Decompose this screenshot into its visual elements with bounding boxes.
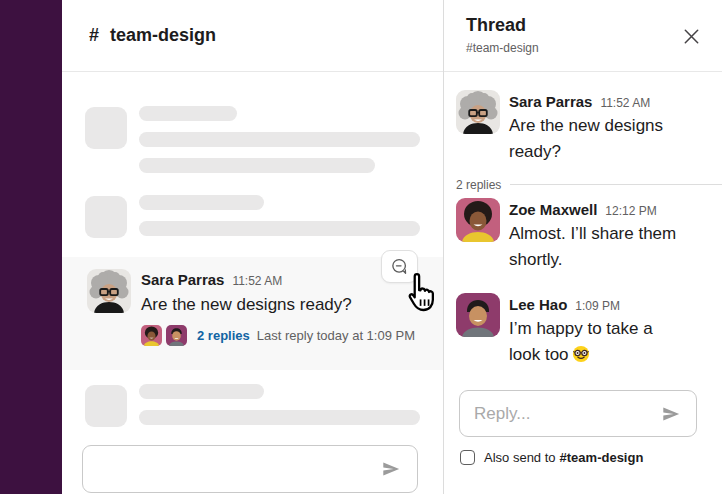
thread-reply-composer[interactable] xyxy=(459,390,697,437)
message-composer[interactable] xyxy=(82,445,418,493)
message-input[interactable] xyxy=(98,459,372,479)
close-thread-button[interactable] xyxy=(680,25,702,47)
message-author[interactable]: Sara Parras xyxy=(141,270,224,289)
send-button[interactable] xyxy=(380,458,402,480)
also-send-label: Also send to xyxy=(484,450,556,465)
also-send-checkbox[interactable] xyxy=(460,450,475,465)
skeleton-line xyxy=(139,106,237,121)
send-arrow-icon xyxy=(380,458,402,480)
message-timestamp: 12:12 PM xyxy=(605,204,656,218)
send-arrow-icon xyxy=(660,403,682,425)
last-reply-text: Last reply today at 1:09 PM xyxy=(257,328,415,343)
skeleton-line xyxy=(139,221,420,236)
reply-in-thread-button[interactable] xyxy=(381,250,418,283)
avatar-zoe-mini xyxy=(141,325,162,346)
replies-count-label: 2 replies xyxy=(456,178,501,192)
message-text: Almost. I’ll share them shortly. xyxy=(509,221,714,273)
also-send-channel: #team-design xyxy=(560,450,644,465)
message-text: Are the new designs ready? xyxy=(141,293,415,316)
message-timestamp: 11:52 AM xyxy=(232,274,282,288)
thread-root-message: Sara Parras 11:52 AM Are the new designs… xyxy=(456,90,714,165)
avatar-lee[interactable] xyxy=(456,293,500,337)
avatar-zoe[interactable] xyxy=(456,198,500,242)
skeleton-line xyxy=(139,158,375,173)
channel-header: # team-design xyxy=(62,0,443,72)
close-icon xyxy=(682,27,701,46)
skeleton-message xyxy=(85,384,443,427)
channel-name: team-design xyxy=(110,25,216,46)
skeleton-line xyxy=(139,132,420,147)
thread-panel: Thread #team-design Sara Parras 11:52 AM… xyxy=(443,0,722,494)
thread-reply-message: Lee Hao 1:09 PM I’m happy to take a look… xyxy=(456,293,714,368)
message-timestamp: 11:52 AM xyxy=(600,96,650,110)
workspace-sidebar xyxy=(0,0,62,494)
nerd-face-emoji xyxy=(572,345,590,363)
thread-header: Thread #team-design xyxy=(444,0,722,72)
replies-count-link[interactable]: 2 replies xyxy=(197,328,250,343)
message-text: I’m happy to take a look too xyxy=(509,316,677,368)
reply-input[interactable] xyxy=(474,404,652,424)
thread-send-button[interactable] xyxy=(660,403,682,425)
skeleton-line xyxy=(139,195,264,210)
thread-reply-message: Zoe Maxwell 12:12 PM Almost. I’ll share … xyxy=(456,198,714,273)
skeleton-avatar xyxy=(85,385,127,427)
thread-bubble-icon xyxy=(390,257,409,276)
divider-line xyxy=(510,184,722,185)
thread-channel-name: #team-design xyxy=(466,41,706,55)
replies-divider: 2 replies xyxy=(456,177,722,192)
skeleton-message xyxy=(85,106,443,173)
skeleton-avatar xyxy=(85,107,127,149)
channel-hash-icon: # xyxy=(89,25,99,46)
message-timestamp: 1:09 PM xyxy=(575,299,620,313)
skeleton-line xyxy=(139,410,420,425)
message-author[interactable]: Sara Parras xyxy=(509,92,592,111)
message-author[interactable]: Zoe Maxwell xyxy=(509,200,597,219)
channel-view: # team-design Sa xyxy=(62,0,443,494)
message-author[interactable]: Lee Hao xyxy=(509,295,567,314)
avatar-lee-mini xyxy=(166,325,187,346)
skeleton-avatar xyxy=(85,196,127,238)
avatar-sara[interactable] xyxy=(456,90,500,134)
thread-reply-bar[interactable]: 2 replies Last reply today at 1:09 PM xyxy=(141,325,415,346)
skeleton-message xyxy=(85,195,443,238)
message-text: Are the new designs ready? xyxy=(509,113,704,165)
slack-app: # team-design Sa xyxy=(0,0,722,494)
skeleton-line xyxy=(139,384,264,399)
thread-title: Thread xyxy=(466,15,706,35)
avatar-sara[interactable] xyxy=(87,269,131,313)
also-send-row[interactable]: Also send to #team-design xyxy=(460,450,722,465)
